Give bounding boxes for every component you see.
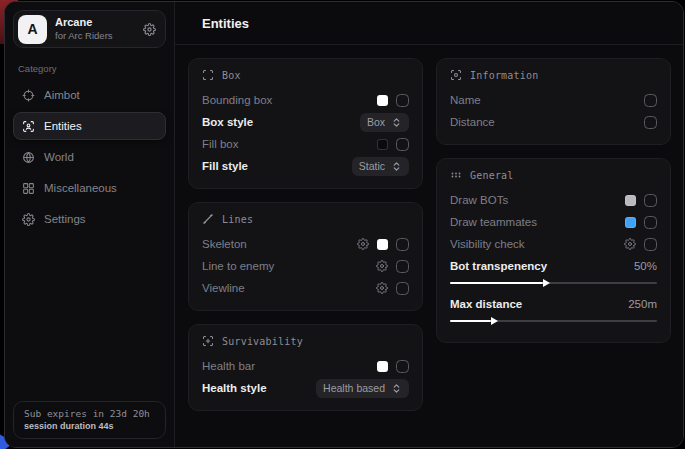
section-lines-header: Lines [202,213,409,225]
brand-card: A Arcane for Arc Riders [13,10,166,48]
info-scan-icon [450,69,462,81]
brand-logo: A [18,15,47,44]
sidebar-item-aimbot[interactable]: Aimbot [13,81,166,109]
row-label: Line to enemy [202,260,274,272]
section-general: General Draw BOTs Draw teammates [436,158,671,343]
section-title: Information [470,70,538,81]
sidebar-item-miscellaneous[interactable]: Miscellaneous [13,174,166,202]
sidebar-item-label: Miscellaneous [44,182,117,194]
select-value: Health based [323,382,385,394]
section-title: General [470,170,514,181]
row-draw-bots: Draw BOTs [450,189,657,211]
section-title: Lines [222,214,253,225]
entities-scan-icon [22,120,35,133]
row-draw-teammates: Draw teammates [450,211,657,233]
section-information-header: Information [450,69,657,81]
gear-icon[interactable] [376,260,388,272]
row-name: Name [450,89,657,111]
slider-thumb[interactable] [491,317,498,325]
row-viewline: Viewline [202,277,409,299]
sidebar: A Arcane for Arc Riders Category Aimbot … [5,2,175,447]
checkbox[interactable] [644,216,657,229]
section-box-header: Box [202,69,409,81]
checkbox[interactable] [396,282,409,295]
section-survivability-header: Survivability [202,335,409,347]
row-health-bar: Health bar [202,355,409,377]
cheat-menu-window: A Arcane for Arc Riders Category Aimbot … [4,1,684,448]
row-distance: Distance [450,111,657,133]
row-bounding-box: Bounding box [202,89,409,111]
survivability-scan-icon [202,335,214,347]
sidebar-nav: Aimbot Entities World Miscellaneous Sett… [13,81,166,233]
sidebar-item-world[interactable]: World [13,143,166,171]
checkbox[interactable] [644,94,657,107]
checkbox[interactable] [644,194,657,207]
max-distance-slider[interactable] [450,316,657,326]
color-swatch[interactable] [625,217,636,228]
section-lines: Lines Skeleton Line to enemy [188,202,423,311]
sidebar-item-label: Aimbot [44,89,80,101]
gear-icon [22,213,35,226]
chevrons-up-down-icon [391,117,402,128]
slider-track[interactable] [450,282,657,284]
sidebar-item-label: Entities [44,120,82,132]
color-swatch[interactable] [377,95,388,106]
row-label: Distance [450,116,495,128]
section-survivability: Survivability Health bar Health style He… [188,324,423,411]
gear-icon[interactable] [624,238,636,250]
chevrons-up-down-icon [391,383,402,394]
checkbox[interactable] [644,116,657,129]
sidebar-item-settings[interactable]: Settings [13,205,166,233]
row-bot-transparency: Bot transpenency 50% [450,255,657,277]
row-label: Box style [202,116,253,128]
row-label: Bounding box [202,94,272,106]
checkbox[interactable] [396,94,409,107]
slider-thumb[interactable] [543,279,550,287]
row-label: Name [450,94,481,106]
gear-icon[interactable] [143,23,156,36]
sidebar-item-entities[interactable]: Entities [13,112,166,140]
row-label: Max distance [450,298,522,310]
row-label: Viewline [202,282,245,294]
brand-title: Arcane [55,16,113,30]
left-column: Box Bounding box Box style Box [188,58,423,411]
session-duration-text: session duration 44s [24,421,155,431]
slider-track[interactable] [450,320,657,322]
page-title: Entities [202,16,249,31]
globe-icon [22,151,35,164]
sub-expiry-text: Sub expires in 23d 20h [24,408,155,419]
color-swatch[interactable] [377,361,388,372]
checkbox[interactable] [644,238,657,251]
row-skeleton: Skeleton [202,233,409,255]
section-general-header: General [450,169,657,181]
bot-transparency-slider[interactable] [450,278,657,288]
row-max-distance: Max distance 250m [450,293,657,315]
row-fill-box: Fill box [202,133,409,155]
checkbox[interactable] [396,138,409,151]
main-panel: Entities Box Bounding box [175,2,683,447]
box-style-select[interactable]: Box [360,113,409,132]
slider-fill [450,320,491,322]
checkbox[interactable] [396,260,409,273]
fill-style-select[interactable]: Static [352,157,409,176]
color-swatch[interactable] [625,195,636,206]
color-swatch[interactable] [377,239,388,250]
gear-icon[interactable] [357,238,369,250]
gear-icon[interactable] [376,282,388,294]
color-swatch[interactable] [377,139,388,150]
section-box: Box Bounding box Box style Box [188,58,423,189]
row-health-style: Health style Health based [202,377,409,399]
slider-value: 250m [628,298,657,310]
brand-subtitle: for Arc Riders [55,30,113,42]
grid-icon [22,182,35,195]
slider-value: 50% [634,260,657,272]
row-box-style: Box style Box [202,111,409,133]
checkbox[interactable] [396,238,409,251]
row-label: Draw teammates [450,216,537,228]
checkbox[interactable] [396,360,409,373]
row-label: Health bar [202,360,255,372]
section-information: Information Name Distance [436,58,671,145]
select-value: Box [367,116,385,128]
row-visibility-check: Visibility check [450,233,657,255]
health-style-select[interactable]: Health based [316,379,409,398]
